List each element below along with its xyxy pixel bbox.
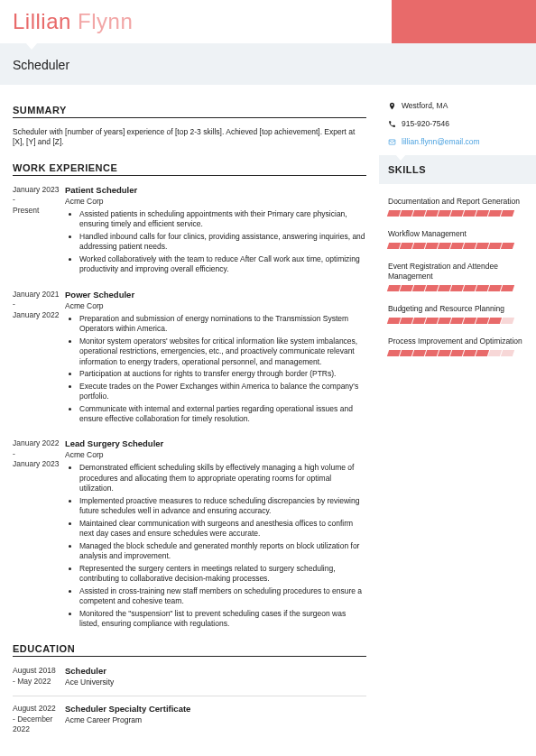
skill-segment bbox=[438, 210, 451, 217]
bullet-item: Worked collaboratively with the team to … bbox=[79, 254, 366, 275]
edu-dates: August 2022 - December 2022 bbox=[13, 704, 65, 734]
skill-segment bbox=[501, 285, 514, 291]
education-list: August 2018 - May 2022SchedulerAce Unive… bbox=[13, 666, 366, 734]
edu-body: SchedulerAce University bbox=[65, 666, 366, 690]
work-entry: January 2021 - January 2022Power Schedul… bbox=[13, 290, 366, 427]
skill-segment bbox=[412, 243, 426, 249]
skill-name: Documentation and Report Generation bbox=[388, 197, 523, 207]
education-entry: August 2018 - May 2022SchedulerAce Unive… bbox=[13, 666, 366, 690]
section-rule bbox=[13, 175, 366, 176]
company-name: Acme Corp bbox=[65, 197, 366, 206]
skill-segment bbox=[476, 243, 489, 249]
skill-segment bbox=[463, 210, 476, 217]
education-entry: August 2022 - December 2022Scheduler Spe… bbox=[13, 704, 366, 734]
first-name: Lillian bbox=[13, 9, 71, 33]
skill-bar bbox=[388, 318, 523, 324]
bullet-item: Communicate with internal and external p… bbox=[79, 404, 366, 425]
start-date: January 2023 bbox=[13, 185, 60, 194]
date-separator: - bbox=[13, 300, 60, 309]
summary-heading: SUMMARY bbox=[13, 105, 366, 115]
section-rule bbox=[13, 656, 366, 657]
end-date: May 2022 bbox=[17, 677, 51, 686]
bullet-item: Assisted patients in scheduling appointm… bbox=[79, 209, 366, 230]
end-date: December 2022 bbox=[13, 715, 52, 733]
email-link[interactable]: lillian.flynn@email.com bbox=[402, 137, 480, 146]
bullet-item: Monitor system operators' websites for c… bbox=[79, 337, 366, 367]
work-entry: January 2022 - January 2023Lead Surgery … bbox=[13, 438, 366, 631]
skill-bar bbox=[388, 243, 523, 249]
contact-email[interactable]: lillian.flynn@email.com bbox=[388, 137, 523, 146]
role-title: Scheduler bbox=[13, 58, 523, 72]
skill-segment bbox=[387, 243, 401, 249]
work-body: Patient SchedulerAcme CorpAssisted patie… bbox=[65, 185, 366, 277]
start-date: January 2022 bbox=[13, 438, 60, 447]
bullet-item: Handled inbound calls for four clinics, … bbox=[79, 232, 366, 253]
skill-segment bbox=[476, 210, 489, 217]
phone-value: 915-920-7546 bbox=[402, 119, 449, 128]
person-name: Lillian Flynn bbox=[13, 9, 392, 34]
right-column: Westford, MA 915-920-7546 lillian.flynn@… bbox=[379, 85, 536, 746]
institution-name: Ace University bbox=[65, 678, 366, 687]
bullet-item: Demonstrated efficient scheduling skills… bbox=[79, 463, 366, 493]
edu-dates: August 2018 - May 2022 bbox=[13, 666, 65, 690]
edu-body: Scheduler Specialty CertificateAcme Care… bbox=[65, 704, 366, 734]
bullet-list: Demonstrated efficient scheduling skills… bbox=[65, 463, 366, 629]
skill-item: Event Registration and Attendee Manageme… bbox=[388, 262, 523, 291]
end-date: Present bbox=[13, 206, 39, 215]
education-heading: EDUCATION bbox=[13, 643, 366, 654]
accent-bar bbox=[392, 0, 536, 43]
skills-header: SKILLS bbox=[379, 155, 536, 184]
skill-item: Budgeting and Resource Planning bbox=[388, 304, 523, 324]
skill-item: Workflow Management bbox=[388, 229, 523, 249]
skill-segment bbox=[400, 210, 413, 217]
content-area: SUMMARY Scheduler with [number of years]… bbox=[0, 85, 536, 746]
skill-segment bbox=[412, 210, 426, 217]
location-pin-icon bbox=[388, 102, 396, 110]
work-dates: January 2021 - January 2022 bbox=[13, 290, 65, 427]
envelope-icon bbox=[388, 138, 396, 146]
skill-segment bbox=[450, 243, 464, 249]
skill-bar bbox=[388, 210, 523, 217]
phone-icon bbox=[388, 120, 396, 128]
skill-segment bbox=[425, 210, 439, 217]
location-value: Westford, MA bbox=[402, 101, 448, 110]
skill-name: Budgeting and Resource Planning bbox=[388, 304, 523, 314]
skill-bar bbox=[388, 350, 523, 356]
skill-name: Process Improvement and Optimization bbox=[388, 337, 523, 346]
skill-name: Event Registration and Attendee Manageme… bbox=[388, 262, 523, 281]
left-column: SUMMARY Scheduler with [number of years]… bbox=[0, 85, 379, 746]
date-separator: - bbox=[13, 449, 60, 459]
work-list: January 2023 - PresentPatient SchedulerA… bbox=[13, 185, 366, 632]
company-name: Acme Corp bbox=[65, 301, 366, 310]
bullet-list: Preparation and submission of energy nom… bbox=[65, 314, 366, 425]
job-title: Power Scheduler bbox=[65, 290, 366, 300]
bullet-item: Participation at auctions for rights to … bbox=[79, 369, 366, 379]
last-name: Flynn bbox=[78, 9, 133, 33]
skill-segment bbox=[387, 210, 401, 217]
summary-text: Scheduler with [number of years] experie… bbox=[13, 127, 366, 148]
skill-segment bbox=[463, 243, 476, 249]
work-dates: January 2023 - Present bbox=[13, 185, 65, 277]
bullet-item: Assisted in cross-training new staff mem… bbox=[79, 586, 366, 607]
work-entry: January 2023 - PresentPatient SchedulerA… bbox=[13, 185, 366, 277]
skill-item: Documentation and Report Generation bbox=[388, 197, 523, 217]
skill-name: Workflow Management bbox=[388, 229, 523, 239]
skill-segment bbox=[501, 318, 514, 324]
date-separator: - bbox=[13, 195, 60, 205]
job-title: Lead Surgery Scheduler bbox=[65, 438, 366, 448]
work-dates: January 2022 - January 2023 bbox=[13, 438, 65, 631]
header-row: Lillian Flynn bbox=[0, 0, 536, 43]
work-body: Lead Surgery SchedulerAcme CorpDemonstra… bbox=[65, 438, 366, 631]
degree-title: Scheduler Specialty Certificate bbox=[65, 704, 366, 714]
bullet-list: Assisted patients in scheduling appointm… bbox=[65, 209, 366, 275]
section-rule bbox=[13, 117, 366, 118]
end-date: January 2023 bbox=[13, 459, 60, 468]
institution-name: Acme Career Program bbox=[65, 715, 366, 724]
skill-segment bbox=[488, 210, 502, 217]
contact-location: Westford, MA bbox=[388, 101, 523, 110]
start-date: January 2021 bbox=[13, 290, 60, 299]
work-body: Power SchedulerAcme CorpPreparation and … bbox=[65, 290, 366, 427]
skills-heading: SKILLS bbox=[388, 164, 523, 175]
job-title: Patient Scheduler bbox=[65, 185, 366, 195]
contact-phone: 915-920-7546 bbox=[388, 119, 523, 128]
